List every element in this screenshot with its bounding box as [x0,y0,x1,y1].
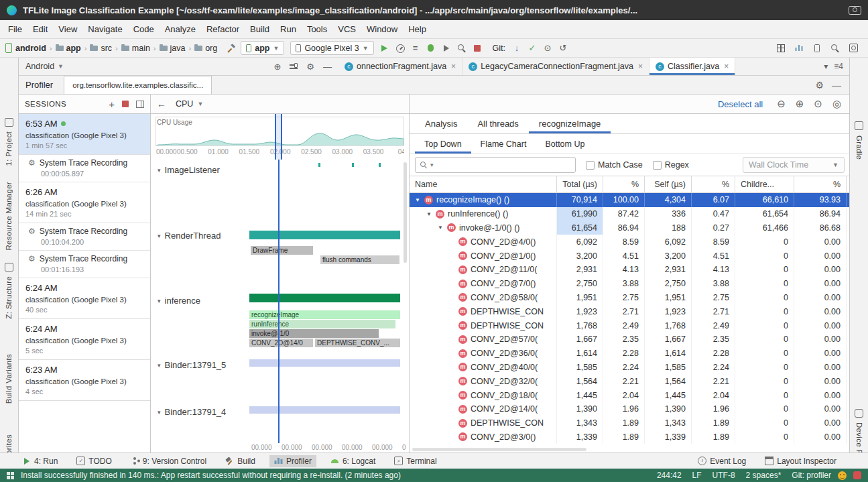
table-row[interactable]: mCONV_2D@4/0()6,0928.596,0928.5900.00 [410,235,849,249]
close-tab-icon[interactable]: × [638,62,643,71]
thread-renderthread[interactable]: ▾RenderThread [158,231,221,241]
trace-span-drawframe[interactable]: DrawFrame [251,246,313,255]
session-item[interactable]: 6:24 AMclassification (Google Pixel 3)40… [19,278,150,319]
run-configurations-icon[interactable]: ≡ [409,42,422,55]
session-item[interactable]: 6:24 AMclassification (Google Pixel 3)5 … [19,319,150,360]
table-row[interactable]: mCONV_2D@1/0()3,2004.513,2004.5100.00 [410,249,849,263]
search-box[interactable]: ▾ [415,157,576,173]
thread-binder5[interactable]: ▾Binder:13791_5 [158,360,226,370]
stripe-1-project[interactable]: 1: Project [5,131,13,166]
subtab-bottom-up[interactable]: Bottom Up [536,134,594,154]
collapse-icon[interactable]: ▾ [158,298,161,304]
table-row[interactable]: ▼minvoke@-1/0() ()61,65486.941880.2761,4… [410,221,849,235]
avatar-icon[interactable] [849,44,858,52]
project-view-selector[interactable]: Android [25,62,54,71]
thread-inference[interactable]: ▾inference [158,296,200,306]
breadcrumb-src[interactable]: src [90,44,112,53]
table-row[interactable]: mDEPTHWISE_CON1,7682.491,7682.4900.00 [410,318,849,333]
close-tab-icon[interactable]: × [724,62,729,71]
tab-all-threads[interactable]: All threads [467,114,528,133]
expander-icon[interactable]: ▼ [415,197,424,203]
gear-icon[interactable]: ⚙ [306,62,314,72]
device-file-explorer-icon[interactable] [855,409,863,418]
breadcrumb-main[interactable]: main [121,44,150,53]
stripe-resource-manager[interactable]: Resource Manager [5,182,13,251]
recording-item[interactable]: ⚙System Trace Recording00:10:04.200 [19,223,150,251]
editor-tab-onnectionfragment-java[interactable]: connectionFragment.java× [338,58,462,75]
line-ending[interactable]: LF [692,471,702,480]
menu-vcs[interactable]: VCS [332,22,361,36]
toolwindow-6-logcat[interactable]: 6: Logcat [326,455,380,467]
table-row[interactable]: mCONV_2D@11/0(2,9314.132,9314.1300.00 [410,263,849,277]
menu-navigate[interactable]: Navigate [82,22,127,36]
vertical-scrollbar[interactable] [404,162,407,263]
table-row[interactable]: mCONV_2D@32/0(1,5642.211,5642.2100.00 [410,374,849,388]
toolwindow-grid-icon[interactable] [7,472,14,479]
select-opened-file-icon[interactable]: ⊕ [273,62,281,72]
trace-span-recognizeimage[interactable]: recognizeImage [249,310,400,319]
thread-activity-bar[interactable] [249,231,400,239]
menu-window[interactable]: Window [361,22,403,36]
toolwindow-build[interactable]: Build [221,455,260,467]
update-project-icon[interactable]: ↓ [510,42,523,55]
deselect-all-link[interactable]: Deselect all [718,99,763,109]
minimize-icon[interactable]: — [832,80,841,91]
toolwindow-todo[interactable]: TODO [72,455,116,467]
column-header-name[interactable]: Name [410,176,557,192]
feedback-smiley-icon[interactable] [838,471,847,480]
toolwindow-4-run[interactable]: 4: Run [17,455,62,467]
trace-span-runinference[interactable]: runInference [249,320,395,328]
column-header-childre[interactable]: Childre... [735,176,794,192]
session-item[interactable]: 6:53 AMclassification (Google Pixel 3)1 … [19,114,150,155]
stripe-build-variants[interactable]: Build Variants [5,354,13,404]
table-row[interactable]: ▼mrecognizeImage() ()70,914100.004,3046.… [410,193,849,207]
history-icon[interactable]: ⊙ [541,42,554,55]
toolwindow-event-log[interactable]: Event Log [693,455,751,467]
tool-windows-icon[interactable] [777,44,785,52]
trace-span-depthwise[interactable]: DEPTHWISE_CONV_... [315,339,400,347]
menu-run[interactable]: Run [275,22,302,36]
build-hammer-icon[interactable] [226,43,237,54]
camera-icon[interactable] [849,6,861,15]
collapse-sessions-icon[interactable] [136,101,144,108]
run-button[interactable] [378,42,391,55]
back-arrow-icon[interactable]: ← [157,99,166,109]
regex-checkbox[interactable]: Regex [653,160,689,170]
toolwindow-layout-inspector[interactable]: Layout Inspector [760,455,841,467]
caret-position[interactable]: 244:42 [657,471,682,480]
table-row[interactable]: mCONV_2D@18/0(1,4452.041,4452.0400.00 [410,388,849,402]
zoom-out-icon[interactable]: ⊖ [777,98,786,110]
expander-icon[interactable]: ▼ [438,225,447,231]
revert-icon[interactable]: ↺ [556,42,570,55]
close-tab-icon[interactable]: × [451,62,456,71]
menu-file[interactable]: File [3,22,27,36]
horizontal-scrollbar[interactable] [412,448,586,451]
thread-activity-bar[interactable] [249,359,400,367]
editor-tab-legacycameraconnectionfragment-java[interactable]: cLegacyCameraConnectionFragment.java× [462,58,649,75]
column-header-total-s[interactable]: Total (µs) [557,176,603,192]
column-header-[interactable]: % [603,176,645,192]
profile-button[interactable] [440,42,453,55]
run-config-select[interactable]: app ▼ [241,41,284,55]
tab-analysis[interactable]: Analysis [415,114,467,133]
table-row[interactable]: mCONV_2D@36/0(1,6142.281,6142.2800.00 [410,347,849,361]
debug-button[interactable] [424,42,438,55]
breadcrumb-android[interactable]: android [15,44,46,53]
add-session-icon[interactable]: + [109,99,115,109]
thread-binder4[interactable]: ▾Binder:13791_4 [158,407,226,417]
match-case-checkbox[interactable]: Match Case [586,160,643,170]
table-row[interactable]: mDEPTHWISE_CON1,3431.891,3431.8900.00 [410,416,849,430]
git-branch[interactable]: Git: profiler [792,471,831,480]
device-select[interactable]: Google Pixel 3 ▼ [290,41,373,55]
menu-analyze[interactable]: Analyze [160,22,201,36]
recording-item[interactable]: ⚙System Trace Recording00:00:05.897 [19,155,150,182]
menu-edit[interactable]: Edit [27,22,53,36]
subtab-flame-chart[interactable]: Flame Chart [471,134,536,154]
profiler-search-icon[interactable] [457,44,467,53]
file-encoding[interactable]: UTF-8 [712,471,735,480]
table-row[interactable]: mCONV_2D@7/0()2,7503.882,7503.8800.00 [410,277,849,291]
column-header-[interactable]: % [794,176,847,192]
thread-imagelistener[interactable]: ▾ImageListener [158,165,220,175]
trace-span-invoke[interactable]: invoke@-1/0 [249,329,379,338]
timeline-selection-line[interactable] [278,160,280,443]
